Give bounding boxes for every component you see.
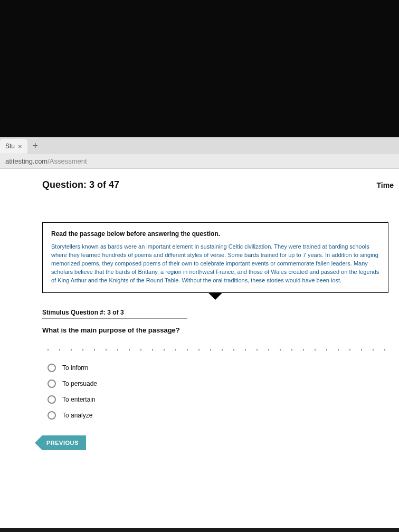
option-label: To inform [62,364,88,372]
tab-label: Stu [5,142,15,150]
option-inform[interactable]: To inform [48,364,399,372]
address-bar[interactable]: atitesting.com/Assessment [0,154,399,169]
radio-icon [48,364,56,372]
option-label: To persuade [62,380,97,387]
passage-instruction: Read the passage below before answering … [51,230,379,238]
stimulus-label: Stimulus Question #: 3 of 3 [42,309,187,319]
divider-dots [42,349,391,351]
previous-label: PREVIOUS [46,440,79,446]
question-text: What is the main purpose of the passage? [42,326,399,334]
plus-icon: + [33,140,39,151]
browser-chrome: Stu × + atitesting.com/Assessment [0,137,399,169]
option-entertain[interactable]: To entertain [48,395,399,404]
radio-icon [48,379,56,388]
previous-button[interactable]: PREVIOUS [42,435,86,450]
url-host: atitesting.com [5,157,48,165]
url-path: /Assessment [48,157,87,165]
tab-strip: Stu × + [0,138,399,154]
close-icon[interactable]: × [18,142,22,150]
radio-icon [48,395,56,404]
photo-background [0,0,399,137]
new-tab-button[interactable]: + [27,138,44,154]
browser-tab[interactable]: Stu × [0,139,27,154]
question-header: Question: 3 of 47 Time [42,179,399,191]
passage-body: Storytellers known as bards were an impo… [51,243,379,285]
answer-options: To inform To persuade To entertain To an… [48,364,399,420]
radio-icon [48,411,56,420]
option-analyze[interactable]: To analyze [48,411,399,420]
passage-box: Read the passage below before answering … [42,222,388,293]
time-label: Time [377,181,394,189]
option-label: To analyze [62,412,92,419]
assessment-page: Question: 3 of 47 Time Read the passage … [0,169,399,528]
chevron-down-icon [208,292,223,300]
option-label: To entertain [62,396,96,403]
option-persuade[interactable]: To persuade [48,379,399,388]
question-number: Question: 3 of 47 [42,179,119,191]
